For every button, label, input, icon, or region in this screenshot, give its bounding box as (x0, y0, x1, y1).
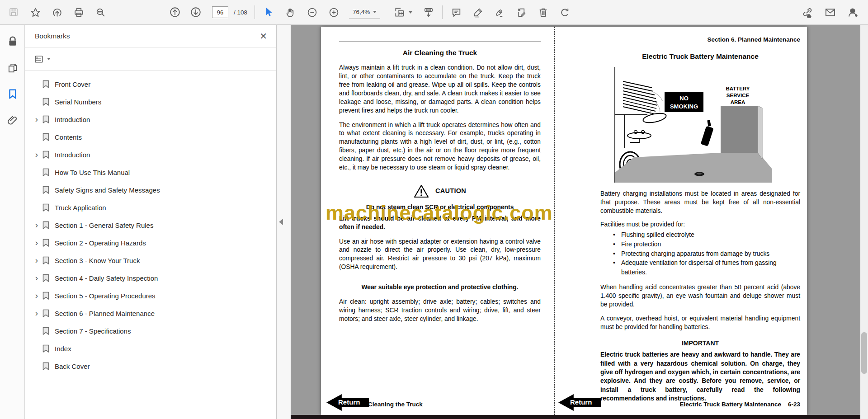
svg-text:SERVICE: SERVICE (726, 93, 750, 98)
warning-triangle-icon (414, 184, 429, 198)
hand-tool-button[interactable] (281, 3, 299, 21)
return-label: Return (338, 398, 360, 407)
delete-button[interactable] (534, 3, 552, 21)
bookmark-label: Safety Signs and Safety Messages (55, 186, 160, 194)
comment-button[interactable] (447, 3, 465, 21)
upload-button[interactable] (48, 3, 66, 21)
bookmark-item[interactable]: › Index (25, 340, 276, 358)
toolbar-divider (255, 5, 255, 19)
chevron-right-icon[interactable]: › (32, 238, 41, 248)
bookmark-label: Introduction (55, 116, 90, 123)
page-thumbnails-icon (7, 62, 19, 74)
email-button[interactable] (821, 3, 839, 21)
redo-icon (559, 7, 571, 18)
page-number-input[interactable] (212, 6, 228, 18)
bookmark-item[interactable]: › Serial Numbers (25, 93, 276, 111)
highlight-button[interactable] (469, 3, 487, 21)
zoom-in-icon (328, 7, 340, 18)
bullet-text: Protecting charging apparatus from damag… (621, 250, 769, 259)
vertical-scrollbar[interactable] (860, 25, 868, 419)
toolbar: / 108 76,4% (0, 0, 868, 25)
chevron-down-icon (373, 11, 377, 13)
page-thumbnails-button[interactable] (0, 56, 25, 79)
bookmark-icon (42, 327, 50, 335)
chevron-right-icon[interactable]: › (32, 150, 41, 160)
return-button[interactable]: Return (558, 394, 601, 411)
bookmark-item[interactable]: › Back Cover (25, 358, 276, 375)
bookmark-icon (42, 98, 50, 106)
return-label: Return (570, 398, 592, 407)
bullet-item: • Fire protection (600, 240, 800, 250)
bookmark-item[interactable]: › Section 6 - Planned Maintenance (25, 305, 276, 322)
save-icon (8, 7, 19, 18)
previous-page-button[interactable] (166, 3, 184, 21)
document-viewer[interactable]: Air Cleaning the Truck Always maintain a… (291, 25, 868, 419)
scroll-mode-button[interactable] (420, 3, 438, 21)
bullet-item: • Flushing spilled electrolyte (600, 231, 800, 240)
paragraph: Use an air hose with special adapter or … (339, 238, 541, 272)
close-icon[interactable]: ✕ (259, 32, 267, 41)
chevron-right-icon[interactable]: › (32, 309, 41, 319)
left-rail (0, 25, 25, 419)
print-button[interactable] (70, 3, 88, 21)
footer-page-number: 6-23 (788, 401, 800, 408)
bookmarks-panel-button[interactable] (0, 83, 25, 105)
bookmark-item[interactable]: › How To Use This Manual (25, 164, 276, 181)
next-page-button[interactable] (187, 3, 205, 21)
collapse-left-icon (279, 219, 283, 225)
bookmark-item[interactable]: › Introduction (25, 111, 276, 128)
paragraph: Air clean: upright assembly; drive axle;… (339, 298, 541, 324)
chevron-right-icon[interactable]: › (32, 273, 41, 283)
attachments-button[interactable] (0, 109, 25, 132)
scrollbar-thumb[interactable] (861, 332, 867, 374)
bullet-text: Flushing spilled electrolyte (621, 231, 694, 240)
bookmark-item[interactable]: › Safety Signs and Safety Messages (25, 181, 276, 199)
edit-page-icon (516, 7, 527, 18)
star-button[interactable] (26, 3, 44, 21)
zoom-level-dropdown[interactable]: 76,4% (349, 6, 380, 19)
chevron-right-icon[interactable]: › (32, 256, 41, 266)
bookmark-item[interactable]: › Truck Application (25, 199, 276, 217)
bookmark-item[interactable]: › Section 1 - General Safety Rules (25, 217, 276, 234)
search-button[interactable] (91, 3, 109, 21)
email-icon (824, 6, 836, 19)
bookmark-item[interactable]: › Front Cover (25, 75, 276, 93)
panel-splitter[interactable] (277, 25, 291, 419)
bookmark-options-button[interactable] (31, 52, 53, 67)
save-button[interactable] (5, 3, 23, 21)
redo-button[interactable] (556, 3, 574, 21)
bookmark-icon (42, 203, 50, 212)
bookmark-item[interactable]: › Section 3 - Know Your Truck (25, 252, 276, 269)
bookmark-item[interactable]: › Section 7 - Specifications (25, 322, 276, 340)
collapse-panel-button[interactable] (278, 217, 284, 227)
bookmark-item[interactable]: › Section 5 - Operating Procedures (25, 287, 276, 305)
zoom-out-button[interactable] (303, 3, 321, 21)
bookmark-item[interactable]: › Introduction (25, 146, 276, 164)
bookmark-item[interactable]: › Section 2 - Operating Hazards (25, 234, 276, 252)
chevron-right-icon[interactable]: › (32, 221, 41, 231)
bookmark-label: How To Use This Manual (55, 169, 130, 176)
bullet-item: • Protecting charging apparatus from dam… (600, 250, 800, 259)
share-link-button[interactable] (798, 3, 816, 21)
add-user-button[interactable] (844, 3, 862, 21)
bookmark-item[interactable]: › Contents (25, 128, 276, 146)
bullet-text: Adequate ventilation for dispersal of fu… (621, 259, 800, 277)
sign-button[interactable] (491, 3, 509, 21)
select-tool-button[interactable] (259, 3, 278, 21)
bookmark-item[interactable]: › Section 4 - Daily Safety Inspection (25, 269, 276, 287)
zoom-in-button[interactable] (325, 3, 343, 21)
paragraph: The environment in which a lift truck op… (339, 121, 541, 172)
right-page-footer: Electric Truck Battery Maintenance 6-23 (680, 400, 800, 409)
svg-text:AREA: AREA (731, 99, 745, 105)
chevron-right-icon[interactable]: › (32, 115, 41, 125)
bookmark-icon (42, 80, 50, 89)
bookmark-label: Section 2 - Operating Hazards (55, 239, 146, 247)
battery-area-figure: NO SMOKING BATTERY SERVICE AREA (607, 64, 778, 187)
security-panel-button[interactable] (0, 30, 25, 53)
highlighter-icon (472, 7, 484, 18)
options-list-icon (34, 54, 44, 64)
fit-width-dropdown[interactable] (390, 4, 416, 21)
chevron-right-icon[interactable]: › (32, 291, 41, 301)
edit-page-button[interactable] (512, 3, 530, 21)
caution-label: CAUTION (435, 187, 466, 196)
